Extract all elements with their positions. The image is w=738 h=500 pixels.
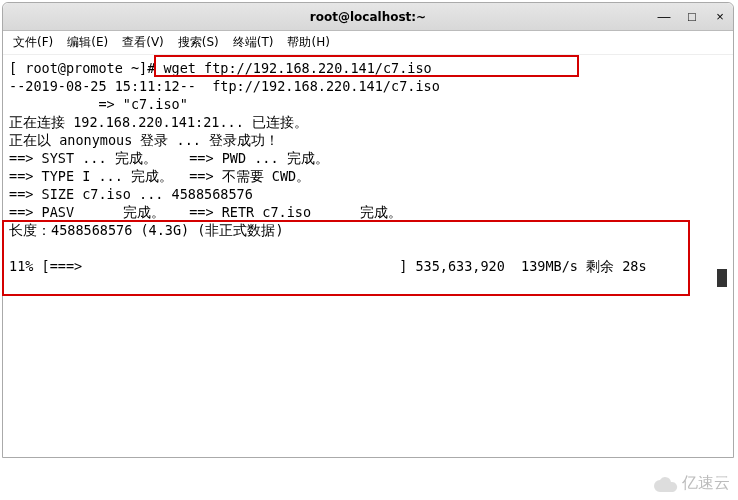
cloud-icon [654,476,678,492]
close-button[interactable]: × [713,9,727,24]
maximize-button[interactable]: □ [685,9,699,24]
output-line: ==> SYST ... 完成。 ==> PWD ... 完成。 [9,150,329,166]
titlebar[interactable]: root@localhost:~ — □ × [3,3,733,31]
output-line: 正在以 anonymous 登录 ... 登录成功！ [9,132,279,148]
menubar: 文件(F) 编辑(E) 查看(V) 搜索(S) 终端(T) 帮助(H) [3,31,733,55]
output-line: ==> TYPE I ... 完成。 ==> 不需要 CWD。 [9,168,310,184]
terminal-body[interactable]: [ root@promote ~]# wget ftp://192.168.22… [3,55,733,279]
output-line: ==> PASV 完成。 ==> RETR c7.iso 完成。 [9,204,402,220]
progress-line: 11% [===> ] 535,633,920 139MB/s 剩余 28s [9,258,647,274]
menu-edit[interactable]: 编辑(E) [67,34,108,51]
menu-view[interactable]: 查看(V) [122,34,164,51]
menu-file[interactable]: 文件(F) [13,34,53,51]
output-line: 正在连接 192.168.220.141:21... 已连接。 [9,114,308,130]
command-text: wget ftp://192.168.220.141/c7.iso [163,60,431,76]
scrollbar-thumb[interactable] [717,269,727,287]
watermark: 亿速云 [654,473,730,494]
terminal-window: root@localhost:~ — □ × 文件(F) 编辑(E) 查看(V)… [2,2,734,458]
output-line: 长度：4588568576 (4.3G) (非正式数据) [9,222,284,238]
minimize-button[interactable]: — [657,9,671,24]
menu-terminal[interactable]: 终端(T) [233,34,274,51]
output-line: ==> SIZE c7.iso ... 4588568576 [9,186,253,202]
menu-search[interactable]: 搜索(S) [178,34,219,51]
window-title: root@localhost:~ [310,10,426,24]
watermark-text: 亿速云 [682,473,730,494]
output-line: --2019-08-25 15:11:12-- ftp://192.168.22… [9,78,440,94]
menu-help[interactable]: 帮助(H) [287,34,329,51]
prompt: [ root@promote ~]# [9,60,155,76]
output-line: => "c7.iso" [9,96,188,112]
window-controls: — □ × [657,3,727,30]
